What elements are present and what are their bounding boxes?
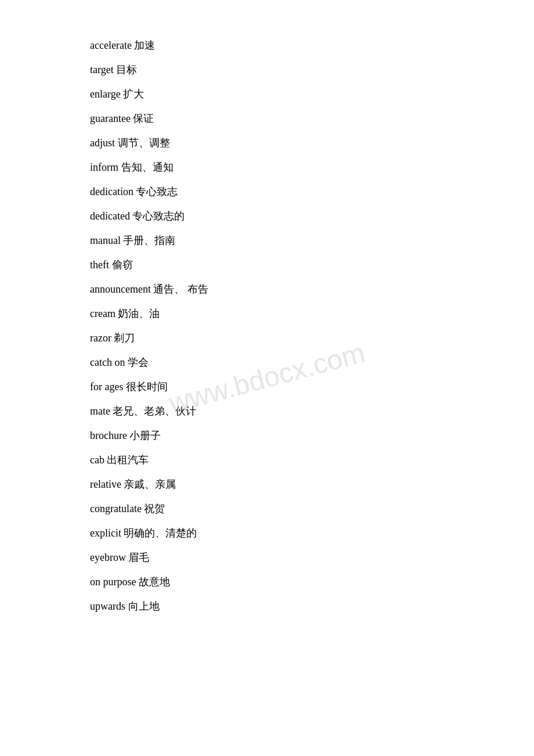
english-word: dedication <box>90 186 134 197</box>
chinese-meaning: 小册子 <box>129 430 161 441</box>
list-item: explicit 明确的、清楚的 <box>90 523 444 543</box>
list-item: guarantee 保证 <box>90 108 444 129</box>
english-word: manual <box>90 235 121 246</box>
chinese-meaning: 亲戚、亲属 <box>124 478 176 490</box>
english-word: announcement <box>90 283 151 295</box>
list-item: relative 亲戚、亲属 <box>90 474 444 495</box>
chinese-meaning: 向上地 <box>128 600 160 612</box>
list-item: for ages 很长时间 <box>90 376 444 397</box>
list-item: mate 老兄、老弟、伙计 <box>90 401 444 422</box>
chinese-meaning: 调节、调整 <box>118 137 170 149</box>
list-item: on purpose 故意地 <box>90 571 444 592</box>
list-item: catch on 学会 <box>90 352 444 373</box>
chinese-meaning: 目标 <box>116 64 137 75</box>
english-word: theft <box>90 259 109 271</box>
list-item: dedication 专心致志 <box>90 181 444 202</box>
chinese-meaning: 剃刀 <box>114 332 135 344</box>
list-item: cab 出租汽车 <box>90 449 444 470</box>
english-word: enlarge <box>90 88 121 100</box>
list-item: accelerate 加速 <box>90 35 444 56</box>
chinese-meaning: 通告、 布告 <box>153 283 208 295</box>
list-item: cream 奶油、油 <box>90 303 444 324</box>
english-word: accelerate <box>90 39 132 51</box>
english-word: explicit <box>90 527 121 539</box>
chinese-meaning: 眉毛 <box>128 552 149 563</box>
list-item: inform 告知、通知 <box>90 157 444 178</box>
chinese-meaning: 很长时间 <box>126 381 168 393</box>
chinese-meaning: 出租汽车 <box>107 454 149 466</box>
main-content: accelerate 加速target 目标enlarge 扩大guarante… <box>0 0 534 655</box>
english-word: guarantee <box>90 113 131 124</box>
english-word: upwards <box>90 600 125 612</box>
english-word: dedicated <box>90 210 130 222</box>
chinese-meaning: 加速 <box>134 39 155 51</box>
list-item: upwards 向上地 <box>90 596 444 617</box>
english-word: inform <box>90 161 118 173</box>
chinese-meaning: 故意地 <box>139 576 170 588</box>
english-word: for ages <box>90 381 123 393</box>
chinese-meaning: 奶油、油 <box>118 308 160 319</box>
list-item: razor 剃刀 <box>90 327 444 348</box>
chinese-meaning: 老兄、老弟、伙计 <box>113 405 196 417</box>
list-item: congratulate 祝贺 <box>90 498 444 519</box>
list-item: target 目标 <box>90 59 444 80</box>
chinese-meaning: 专心致志的 <box>132 210 185 222</box>
english-word: eyebrow <box>90 552 126 563</box>
english-word: relative <box>90 478 121 490</box>
english-word: mate <box>90 405 110 417</box>
chinese-meaning: 学会 <box>128 357 149 368</box>
list-item: announcement 通告、 布告 <box>90 279 444 300</box>
chinese-meaning: 告知、通知 <box>121 161 174 173</box>
chinese-meaning: 明确的、清楚的 <box>124 527 197 539</box>
list-item: brochure 小册子 <box>90 425 444 446</box>
chinese-meaning: 手册、指南 <box>123 235 175 246</box>
list-item: enlarge 扩大 <box>90 84 444 105</box>
english-word: brochure <box>90 430 127 441</box>
chinese-meaning: 扩大 <box>123 88 144 100</box>
english-word: catch on <box>90 357 125 368</box>
list-item: eyebrow 眉毛 <box>90 547 444 568</box>
list-item: adjust 调节、调整 <box>90 132 444 153</box>
list-item: theft 偷窃 <box>90 254 444 275</box>
english-word: on purpose <box>90 576 136 588</box>
chinese-meaning: 祝贺 <box>144 503 165 514</box>
chinese-meaning: 偷窃 <box>112 259 133 271</box>
english-word: cream <box>90 308 116 319</box>
english-word: congratulate <box>90 503 142 514</box>
list-item: manual 手册、指南 <box>90 230 444 251</box>
english-word: adjust <box>90 137 115 149</box>
chinese-meaning: 保证 <box>133 113 154 124</box>
chinese-meaning: 专心致志 <box>136 186 178 197</box>
english-word: target <box>90 64 114 75</box>
list-item: dedicated 专心致志的 <box>90 206 444 226</box>
english-word: cab <box>90 454 104 466</box>
english-word: razor <box>90 332 111 344</box>
